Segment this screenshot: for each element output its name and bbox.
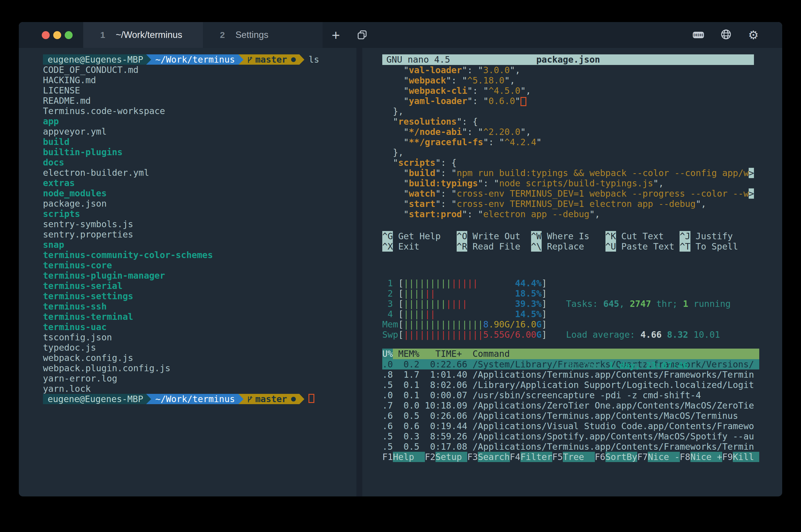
ls-entry: typedoc.js <box>43 342 356 353</box>
nano-shortcut-ctrl-K[interactable]: ^K Cut Text <box>606 231 680 241</box>
fkey-F6[interactable]: F6SortBy <box>595 452 637 462</box>
json-value: ^2.20.0 <box>483 127 520 137</box>
meter-bracket: ] <box>542 299 547 309</box>
sort-column-header[interactable]: U% <box>382 348 393 359</box>
meter-label: 1 <box>382 278 398 288</box>
json-punct: " <box>382 157 398 168</box>
git-dirty-dot-icon <box>291 57 296 62</box>
settings-gear-icon[interactable]: ⚙ <box>748 29 759 41</box>
nano-shortcut-ctrl-U[interactable]: ^U Paste Text <box>606 241 680 252</box>
nano-line: "start:prod": "electron app --debug", <box>382 209 782 219</box>
tab-~/Work/terminus[interactable]: 1~/Work/terminus <box>83 22 203 48</box>
cpu-percent: 44.4% <box>515 278 542 288</box>
swap-text: 5.55G/6.00G <box>483 329 542 340</box>
json-punct: ": { <box>435 157 457 168</box>
fkey-number: F6 <box>595 452 606 462</box>
json-punct: ": " <box>446 75 467 86</box>
shortcut-key: ^U <box>606 241 616 252</box>
nano-editor-content[interactable]: "val-loader": "3.0.0", "webpack": "^5.18… <box>382 65 782 219</box>
tab-Settings[interactable]: 2Settings <box>203 22 322 48</box>
nano-shortcut-ctrl-\[interactable]: ^\ Replace <box>531 241 606 252</box>
nano-shortcut-ctrl-O[interactable]: ^O Write Out <box>457 231 531 241</box>
fkey-label: Kill <box>733 452 759 462</box>
shell-pane[interactable]: eugene@Eugenes-MBP ~/Work/terminus maste… <box>19 48 356 496</box>
mem-unit: G <box>536 319 542 329</box>
ls-entry: appveyor.yml <box>43 127 356 137</box>
desktop: 1~/Work/terminus2Settings + IOIOI <box>0 0 801 532</box>
threads-count: 2747 <box>630 299 651 309</box>
shortcut-key: ^G <box>382 231 393 241</box>
json-punct: " <box>382 65 409 75</box>
nano-shortcut-ctrl-W[interactable]: ^W Where Is <box>531 231 606 241</box>
fkey-F7[interactable]: F7Nice - <box>637 452 680 462</box>
shortcut-label: Get Help <box>393 231 441 241</box>
meter-bracket: [ <box>398 329 404 340</box>
cpu-bars-green: |||| <box>404 288 425 299</box>
shell-prompt-top: eugene@Eugenes-MBP ~/Work/terminus maste… <box>43 54 356 65</box>
fkey-F1[interactable]: F1Help <box>382 452 425 462</box>
powerline-arrow-icon <box>299 54 304 65</box>
process-row[interactable]: .0 0.1 0:00.07 /usr/sbin/screencapture -… <box>382 390 759 400</box>
ls-entry: Terminus.code-workspace <box>43 106 356 116</box>
json-punct: " <box>382 168 409 178</box>
tab-title: ~/Work/terminus <box>116 30 182 40</box>
new-tab-button[interactable]: + <box>322 22 349 48</box>
process-row[interactable]: .5 0.3 8:59.26 /Applications/Spotify.app… <box>382 431 759 441</box>
json-punct: ", <box>696 199 706 209</box>
process-row[interactable]: .5 0.5 0:17.08 /Applications/Terminus.ap… <box>382 441 759 452</box>
close-button[interactable] <box>42 31 50 39</box>
meter-bars: |||||| <box>404 309 435 319</box>
fkey-label: Tree <box>563 452 595 462</box>
traffic-lights <box>19 22 83 48</box>
nano-line: "build": "npm run build:typings && webpa… <box>382 168 782 178</box>
fkey-number: F9 <box>722 452 733 462</box>
json-value: ^4.5.0 <box>488 86 520 96</box>
htop-pane: 1 [||||||||||||||44.4%] 2 [||||||18.5%] … <box>382 278 759 462</box>
fkey-label: Nice + <box>690 452 722 462</box>
tab-bar: 1~/Work/terminus2Settings + IOIOI <box>19 22 782 48</box>
mem-total: .90G/16.0 <box>488 319 536 329</box>
swap-unit: G <box>536 329 542 340</box>
fkey-F2[interactable]: F2Setup <box>425 452 468 462</box>
tabbar-spacer <box>375 22 693 48</box>
cpu-percent: 39.3% <box>515 299 542 309</box>
nano-shortcut-ctrl-G[interactable]: ^G Get Help <box>382 231 457 241</box>
ls-entry: app <box>43 116 356 127</box>
powerline-arrow-icon <box>146 394 151 404</box>
json-value: electron app --debug <box>483 209 589 219</box>
fkey-F8[interactable]: F8Nice + <box>680 452 723 462</box>
zoom-button[interactable] <box>65 31 73 39</box>
fkey-F5[interactable]: F5Tree <box>552 452 595 462</box>
nano-shortcut-ctrl-X[interactable]: ^X Exit <box>382 241 457 252</box>
meter-body: |||||||||||||||5.55G/6.00G <box>404 329 542 340</box>
nano-shortcut-ctrl-J[interactable]: ^J Justify <box>679 231 754 241</box>
meter-label: 3 <box>382 299 398 309</box>
fkey-F3[interactable]: F3Search <box>467 452 510 462</box>
swap-bars: ||||||||||||||| <box>404 329 483 340</box>
json-key: val-loader <box>409 65 462 75</box>
json-punct: ": " <box>435 168 457 178</box>
ls-entry: sentry-symbols.js <box>43 219 356 229</box>
uptime-value: 1 day, 23:07:46 <box>609 360 688 370</box>
minimize-button[interactable] <box>53 31 61 39</box>
shortcut-key: ^O <box>457 231 467 241</box>
fkey-F4[interactable]: F4Filter <box>510 452 553 462</box>
serial-icon[interactable]: IOIOI <box>693 32 704 38</box>
globe-icon[interactable] <box>721 29 732 41</box>
fkey-F9[interactable]: F9Kill <box>722 452 759 462</box>
load-15min: 10.01 <box>694 329 720 340</box>
process-row[interactable]: .6 0.6 0:19.44 /Applications/Visual Stud… <box>382 421 759 431</box>
shortcut-label: Paste Text <box>616 241 674 252</box>
tab-number: 2 <box>220 30 225 40</box>
right-pane[interactable]: GNU nano 4.5 package.json "val-loader": … <box>362 48 782 496</box>
ls-entry: webpack.plugin.config.js <box>43 363 356 373</box>
split-duplicate-icon[interactable] <box>349 22 375 48</box>
nano-shortcut-ctrl-T[interactable]: ^T To Spell <box>679 241 754 252</box>
process-row[interactable]: .6 0.5 0:26.06 /Applications/Terminus.ap… <box>382 411 759 421</box>
json-value: node scripts/build-typings.js <box>499 178 653 188</box>
process-row[interactable]: .7 0.0 10:18.09 /Applications/ZeroTier O… <box>382 400 759 411</box>
json-key: start <box>409 199 435 209</box>
nano-shortcut-ctrl-R[interactable]: ^R Read File <box>457 241 531 252</box>
terminal-content: eugene@Eugenes-MBP ~/Work/terminus maste… <box>19 48 782 496</box>
pane-divider[interactable] <box>356 48 362 496</box>
